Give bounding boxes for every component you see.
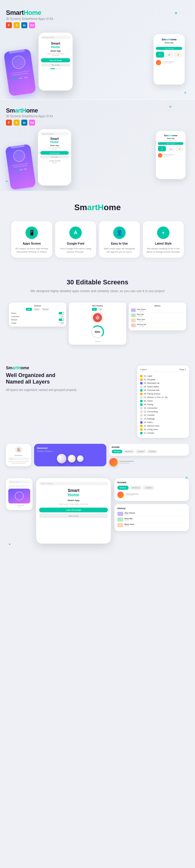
tab-routine[interactable]: Routine xyxy=(41,308,49,311)
brand-logo: SmartHome xyxy=(6,9,189,17)
rooms-screen: ROOMS Kitchen Bedroom Comfort xyxy=(114,478,189,501)
hero-section-2: SmartHome 30 Screens SmartHome Apps UI K… xyxy=(0,99,195,191)
login-btn[interactable]: Login with google xyxy=(39,507,108,513)
easy-to-use-title: Easy to Use xyxy=(103,242,136,245)
layer-item-4[interactable]: 04. Select status xyxy=(140,385,186,389)
feature-card-latest-style: ✦ Latest Style We always keeping to be i… xyxy=(143,221,184,258)
hero-mockups-2: Search to connect Smart Home Smart App E… xyxy=(6,128,189,185)
indesign-badge-2: in xyxy=(21,120,27,126)
mastered-card: Mastered Weather Conditions xyxy=(34,444,106,466)
right-phone-screen-1: SmartHome Smart App Easy to your Smart H… xyxy=(154,34,185,85)
google-font-desc: Free Google Font we're using named "Prom… xyxy=(59,247,92,253)
tab-scene[interactable]: Scene xyxy=(33,308,40,311)
tab-light[interactable]: Light xyxy=(26,308,32,311)
layer-item-12[interactable]: 12. Comfort xyxy=(140,413,186,417)
layer-item-16[interactable]: 16. Living room xyxy=(140,428,186,431)
layer-item-17[interactable]: 17. Unread xyxy=(140,431,186,435)
logo-accent: Home xyxy=(24,9,41,16)
layer-item-14[interactable]: 14. Users xyxy=(140,421,186,424)
organized-desc: All layers are organized, named and grou… xyxy=(6,388,133,392)
room-screen-btn-1[interactable]: Kitchen xyxy=(117,486,129,490)
right-phone-screen-2: SmartHome Smart App Easy to your Smart H… xyxy=(156,131,186,179)
layer-item-3[interactable]: 03. Illustration all xyxy=(140,381,186,385)
layer-item-9[interactable]: 09. Family xyxy=(140,403,186,406)
bottom-history-2: Relax MixOct 10 xyxy=(117,517,186,523)
dot-decoration xyxy=(169,106,171,108)
organized-logo: SmartHome xyxy=(6,365,133,370)
editable-subtitle: We designed highly detailed apps screen … xyxy=(6,288,189,293)
feature-card-apps-screen: 📱 Apps Screen 30 Unique Screens with iPh… xyxy=(11,221,52,258)
speaker-device-2 xyxy=(4,141,35,186)
rooms-buttons: Kitchen Bedroom Comfort Comfort xyxy=(112,450,187,453)
room-screen-btn-2[interactable]: Bedroom xyxy=(130,486,142,490)
center-phone-logo: Smart xyxy=(39,488,108,493)
center-phone-logo-home: Home xyxy=(39,493,108,497)
history-item-2: Relax Mix Oct 10 xyxy=(131,313,184,318)
tab-on[interactable]: On xyxy=(92,308,97,311)
room-btn-bedroom[interactable]: Bedroom xyxy=(123,450,134,453)
center-phone-screen: Search to connect Smart Home Smart App E… xyxy=(36,478,111,544)
layer-item-1[interactable]: 01. Layer xyxy=(140,374,186,378)
devices-label: Devices xyxy=(11,305,64,307)
center-phone: Search to connect Smart Home Smart App E… xyxy=(36,478,111,544)
room-screen-btn-3[interactable]: Comfort xyxy=(143,486,154,490)
mastered-subtitle: Weather Conditions xyxy=(37,450,104,452)
toggle-row-2: Living Room xyxy=(11,315,64,318)
organized-title: Well Organized and Named all Layers xyxy=(6,372,133,385)
now-playing-label: Now Playing xyxy=(71,305,124,307)
power-button[interactable]: ⏻ xyxy=(93,313,102,322)
rooms-avatar xyxy=(117,492,124,498)
rooms-screen-buttons: Kitchen Bedroom Comfort xyxy=(117,486,186,490)
layer-item-5[interactable]: 05. Personal Info xyxy=(140,389,186,392)
history-screen: History After SchoolOct 12 Relax MixOct … xyxy=(114,504,189,531)
dot-decoration xyxy=(175,12,177,14)
main-phone-screen-2: Search to connect Smart Home Smart App E… xyxy=(38,129,71,186)
tab-off[interactable]: Off xyxy=(98,308,103,311)
features-grid: 📱 Apps Screen 30 Unique Screens with iPh… xyxy=(6,221,189,258)
layer-item-6[interactable]: 06. Family access xyxy=(140,392,186,396)
layer-item-7[interactable]: 07. iPhone 11 Pro / 8 - 98 xyxy=(140,396,186,399)
history-item-4: Old Store Dft Oct 08 xyxy=(131,323,184,328)
layer-item-2[interactable]: 02. Template xyxy=(140,378,186,381)
signup-btn[interactable]: Sign Up App xyxy=(39,514,108,518)
dot-bottom-1 xyxy=(186,477,188,479)
tool-badges-2: F S in Xd xyxy=(6,120,189,126)
xd-badge: Xd xyxy=(29,22,35,28)
right-screens: ROOMS Kitchen Bedroom Comfort Histor xyxy=(114,478,189,531)
layer-item-11[interactable]: 11. Connecting xyxy=(140,410,186,413)
indesign-badge: in xyxy=(21,22,27,28)
figma-badge-2: F xyxy=(6,120,12,126)
screen-devices: Devices Light Scene Routine Kitchen Livi… xyxy=(9,303,66,327)
google-font-icon: A xyxy=(69,226,82,239)
room-btn-comfort-2[interactable]: Comfort xyxy=(147,450,157,453)
bottom-history-3: Blues JamzOct 09 xyxy=(117,523,186,528)
editable-section: 30 Editable Screens We designed highly d… xyxy=(0,267,195,356)
bottom-history-1: After SchoolOct 12 xyxy=(117,511,186,517)
editable-title: 30 Editable Screens xyxy=(6,278,189,286)
rooms-card: ROOMS Kitchen Bedroom Comfort Comfort xyxy=(109,444,189,456)
history-screen-title: History xyxy=(117,507,186,510)
left-phones: Search to connect JN. BIG 5729 AMTurkey xyxy=(6,478,33,510)
user-info xyxy=(119,461,134,464)
easy-to-use-icon: 👤 xyxy=(113,226,126,239)
app-screens-strip: Devices Light Scene Routine Kitchen Livi… xyxy=(6,303,189,345)
volume-arc: 50% xyxy=(90,324,105,339)
device-tabs: Light Scene Routine xyxy=(11,308,64,311)
layer-item-10[interactable]: 10. Connected xyxy=(140,406,186,410)
layer-item-8[interactable]: 08. Home xyxy=(140,399,186,403)
room-btn-kitchen[interactable]: Kitchen xyxy=(112,450,122,453)
organized-bottom-row: 🏠 SmartHome Search... Mastered Weather C… xyxy=(6,444,189,466)
latest-style-title: Latest Style xyxy=(146,242,180,245)
organized-top-row: SmartHome Well Organized and Named all L… xyxy=(6,365,189,438)
hero-mockups: Search to connect Smart Home Smart App E… xyxy=(6,31,189,94)
center-search-placeholder: Search to connect xyxy=(41,483,53,485)
bottom-preview-section: Search to connect JN. BIG 5729 AMTurkey … xyxy=(0,472,195,550)
room-btn-comfort-1[interactable]: Comfort xyxy=(135,450,146,453)
center-phone-desc: Easy to your Smart Home connected xyxy=(39,503,108,505)
toggle-row-1: Kitchen xyxy=(11,312,64,314)
layer-item-13[interactable]: 13. Analogy xyxy=(140,417,186,421)
layer-item-15[interactable]: 15. Kitchen room xyxy=(140,424,186,428)
apps-screen-title: Apps Screen xyxy=(15,242,49,245)
feature-card-google-font: A Google Font Free Google Font we're usi… xyxy=(55,221,96,258)
speaker-device xyxy=(3,44,36,92)
